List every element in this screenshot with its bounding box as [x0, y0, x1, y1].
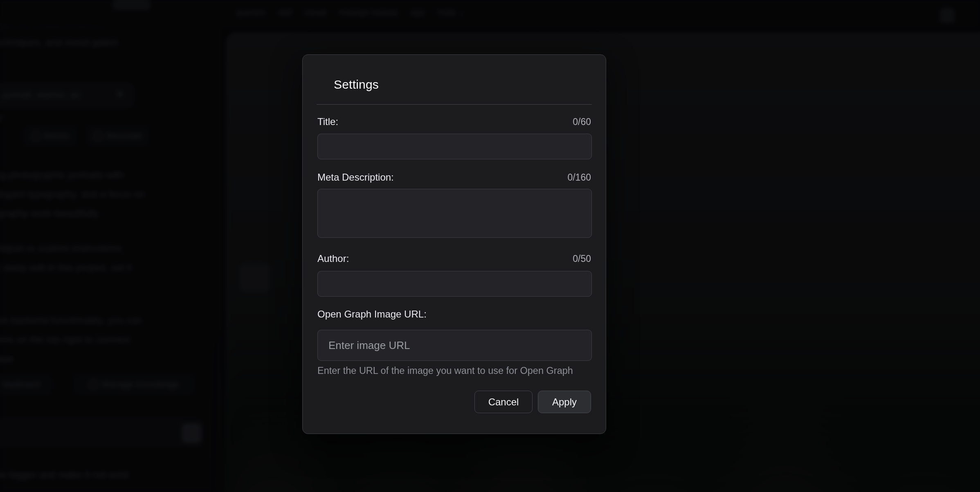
author-input[interactable] [317, 271, 592, 297]
meta-description-label: Meta Description: [317, 172, 394, 183]
meta-description-textarea[interactable] [317, 189, 592, 238]
og-image-label: Open Graph Image URL: [317, 309, 427, 320]
divider [317, 104, 592, 105]
author-counter: 0/50 [573, 253, 591, 264]
dialog-title: Settings [334, 78, 379, 92]
og-image-url-input[interactable] [317, 330, 592, 361]
author-label: Author: [317, 253, 349, 264]
title-input[interactable] [317, 134, 592, 159]
title-label: Title: [317, 116, 338, 127]
og-image-helper-text: Enter the URL of the image you want to u… [317, 365, 573, 376]
apply-button[interactable]: Apply [538, 391, 591, 413]
settings-dialog: Settings Title: 0/60 Meta Description: 0… [302, 54, 606, 434]
dialog-actions: Cancel Apply [474, 391, 591, 413]
meta-description-counter: 0/160 [567, 172, 591, 183]
title-counter: 0/60 [573, 116, 591, 127]
cancel-button[interactable]: Cancel [474, 391, 533, 413]
